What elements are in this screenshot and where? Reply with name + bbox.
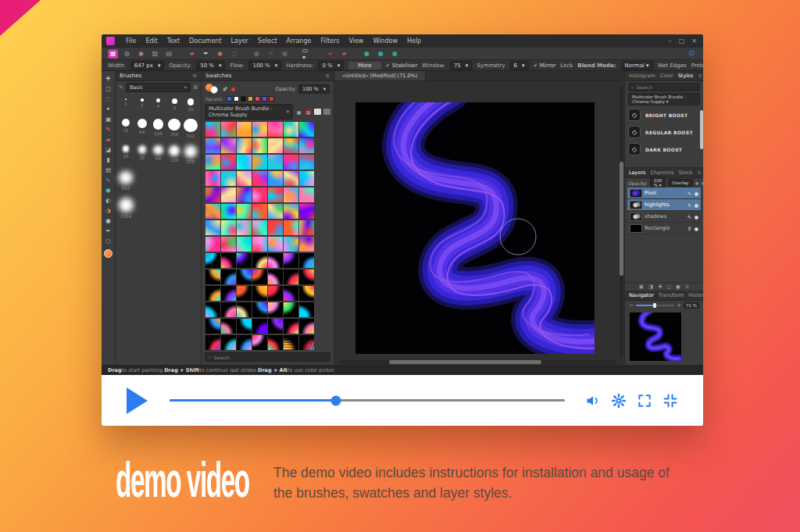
volume-icon[interactable] <box>585 393 601 409</box>
style-item[interactable]: ◇BRIGHT BOOST <box>628 109 700 121</box>
window-field[interactable]: 75▾ <box>450 61 472 70</box>
panel-menu-icon[interactable]: ≡ <box>192 73 197 79</box>
style-item[interactable]: ◇REGULAR BOOST <box>628 126 700 138</box>
layer-row[interactable]: Pixel✎● <box>627 187 701 199</box>
swatch-thumbnail[interactable] <box>205 122 220 137</box>
swatch-thumbnail[interactable] <box>205 220 220 235</box>
swatch-thumbnail[interactable] <box>237 204 252 219</box>
view-tool[interactable]: ◻ <box>103 84 114 93</box>
artboard-icon[interactable]: ▭ ▾ <box>302 49 312 59</box>
swatch-thumbnail[interactable] <box>252 171 267 186</box>
swatch-thumbnail[interactable] <box>252 122 267 137</box>
panel-menu-icon[interactable]: ≡ <box>325 73 330 79</box>
blur-tool[interactable]: ● <box>103 216 114 225</box>
grid-view-icon[interactable]: ▦ <box>295 109 302 115</box>
swatch-thumbnail[interactable] <box>284 286 298 301</box>
swatch-thumbnail[interactable] <box>268 253 283 268</box>
layers-toolbar-icon[interactable]: ◨ <box>648 284 653 290</box>
tab-channels[interactable]: Channels <box>651 170 674 176</box>
menu-help[interactable]: Help <box>402 36 426 46</box>
swatch-thumbnail[interactable] <box>221 187 236 202</box>
brush-preset[interactable]: 16 <box>119 145 133 164</box>
swatch-thumbnail[interactable] <box>284 122 298 137</box>
color-picker-icon[interactable]: ✐ <box>223 86 228 93</box>
swatch-thumbnail[interactable] <box>299 122 314 137</box>
document-tab[interactable]: «Untitled» [Modified] (71.0%) <box>334 71 426 80</box>
swatch-thumbnail[interactable] <box>237 335 252 350</box>
swatch-thumbnail[interactable] <box>299 286 314 301</box>
account-icon[interactable]: ☺ <box>687 49 697 59</box>
swatch-thumbnail[interactable] <box>221 335 236 350</box>
swatch-thumbnail[interactable] <box>252 286 267 301</box>
swatch-thumbnail[interactable] <box>221 220 236 235</box>
gradient-tool[interactable]: ▤ <box>103 165 114 174</box>
swatch-thumbnail[interactable] <box>237 171 252 186</box>
snap-icon[interactable]: ● <box>362 49 372 59</box>
zoom-tool[interactable]: ○ <box>103 236 114 245</box>
brush-preset[interactable]: 32 <box>119 119 133 138</box>
menu-file[interactable]: File <box>121 36 141 46</box>
swatch-thumbnail[interactable] <box>268 138 283 153</box>
swatch-thumbnail[interactable] <box>237 253 252 268</box>
swatch-thumbnail[interactable] <box>237 319 252 334</box>
tab-styles[interactable]: Styles <box>678 73 694 79</box>
brush-preset[interactable]: 2 <box>135 98 149 112</box>
navigator-zoom-slider[interactable]: − + 71 % <box>625 301 703 310</box>
swatch-thumbnail[interactable] <box>252 237 267 252</box>
swatch-thumbnail[interactable] <box>205 155 220 170</box>
blend-mode-field[interactable]: Normal ▾ <box>621 61 653 70</box>
swatch-thumbnail[interactable] <box>284 253 298 268</box>
swatch-thumbnail[interactable] <box>268 302 283 317</box>
width-field[interactable]: 647 px▾ <box>130 61 165 70</box>
swatch-thumbnail[interactable] <box>205 253 220 268</box>
swatch-thumbnail[interactable] <box>268 171 283 186</box>
export-persona-icon[interactable]: ▤ <box>164 49 174 59</box>
swatch-thumbnail[interactable] <box>205 204 220 219</box>
swatch-thumbnail[interactable] <box>221 171 236 186</box>
vertical-scrollbar[interactable] <box>620 86 623 357</box>
menu-filters[interactable]: Filters <box>316 36 344 46</box>
flow-field[interactable]: 100 %▾ <box>248 61 281 70</box>
layers-toolbar-icon[interactable]: ● <box>676 284 680 290</box>
swatch-thumbnail[interactable] <box>268 220 283 235</box>
swatch-thumbnail[interactable] <box>268 155 283 170</box>
swatch-thumbnail[interactable] <box>205 237 220 252</box>
swatch-thumbnail[interactable] <box>299 204 314 219</box>
recent-swatch[interactable] <box>269 96 274 102</box>
swatch-thumbnail[interactable] <box>284 335 298 350</box>
swatch-thumbnail[interactable] <box>268 122 283 137</box>
more-button[interactable]: More <box>348 62 380 70</box>
opacity-field[interactable]: 50 %▾ <box>196 61 225 70</box>
layer-row[interactable]: highlights✎● <box>627 199 701 211</box>
brush-preset[interactable]: 128 <box>152 119 166 138</box>
mesh-icon[interactable]: ▰ <box>339 49 349 59</box>
flood-select-tool[interactable]: ✦ <box>103 104 114 113</box>
white-swatch-icon[interactable] <box>314 109 321 115</box>
recent-swatch[interactable] <box>248 96 253 102</box>
swatch-thumbnail[interactable] <box>299 319 314 334</box>
swatch-thumbnail[interactable] <box>299 155 314 170</box>
tab-navigator[interactable]: Navigator <box>629 292 654 298</box>
pixel-tool[interactable]: ▰ <box>103 134 114 144</box>
protect-alpha-checkbox[interactable]: Protect Alpha <box>691 62 703 69</box>
fill-tool[interactable]: ▮ <box>103 155 114 164</box>
swatch-thumbnail[interactable] <box>237 187 252 202</box>
styles-scrollbar[interactable] <box>700 110 703 149</box>
visibility-icon[interactable]: ● <box>695 191 698 196</box>
swatch-thumbnail[interactable] <box>237 122 252 137</box>
swatch-thumbnail[interactable] <box>221 302 236 317</box>
brush-preset[interactable]: 1024 <box>119 198 133 219</box>
recent-swatch[interactable] <box>262 96 267 102</box>
layer-settings-icon[interactable]: ✱ <box>702 180 703 186</box>
fg-bg-color-selector[interactable] <box>205 84 220 95</box>
color-wheel-icon[interactable]: ◉ <box>215 49 225 59</box>
swatch-thumbnail[interactable] <box>252 302 267 317</box>
layers-toolbar-icon[interactable]: ▣ <box>639 284 644 290</box>
stabiliser-checkbox[interactable]: ✓ Stabiliser <box>386 62 418 69</box>
swatch-thumbnail[interactable] <box>268 335 283 350</box>
develop-persona-icon[interactable]: ◉ <box>136 49 146 59</box>
swatch-thumbnail[interactable] <box>299 335 314 350</box>
swatch-thumbnail[interactable] <box>237 220 252 235</box>
close-button[interactable]: ✕ <box>691 37 697 45</box>
swatch-thumbnail[interactable] <box>221 253 236 268</box>
